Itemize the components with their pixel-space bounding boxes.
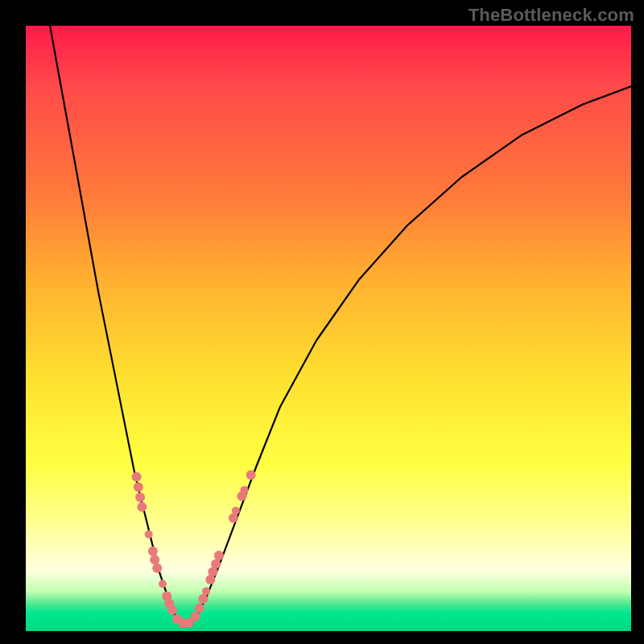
data-point — [191, 612, 200, 621]
data-point — [134, 482, 143, 492]
data-point — [195, 603, 204, 613]
scatter-points — [132, 470, 256, 628]
data-point — [198, 594, 208, 604]
data-point — [145, 530, 153, 539]
data-point — [211, 559, 221, 569]
data-point — [246, 470, 256, 480]
data-point — [202, 587, 210, 595]
data-point — [159, 580, 167, 588]
data-point — [135, 493, 145, 502]
data-point — [167, 605, 177, 615]
bottleneck-plot — [26, 26, 631, 631]
chart-area — [26, 26, 631, 631]
watermark-text: TheBottleneck.com — [469, 5, 634, 26]
data-point — [214, 551, 224, 560]
data-point — [148, 547, 158, 556]
data-point — [137, 502, 147, 512]
bottleneck-curve — [50, 26, 631, 625]
data-point — [150, 555, 159, 564]
data-point — [232, 506, 240, 514]
data-point — [241, 486, 249, 494]
data-point — [152, 564, 162, 573]
data-point — [132, 472, 142, 481]
